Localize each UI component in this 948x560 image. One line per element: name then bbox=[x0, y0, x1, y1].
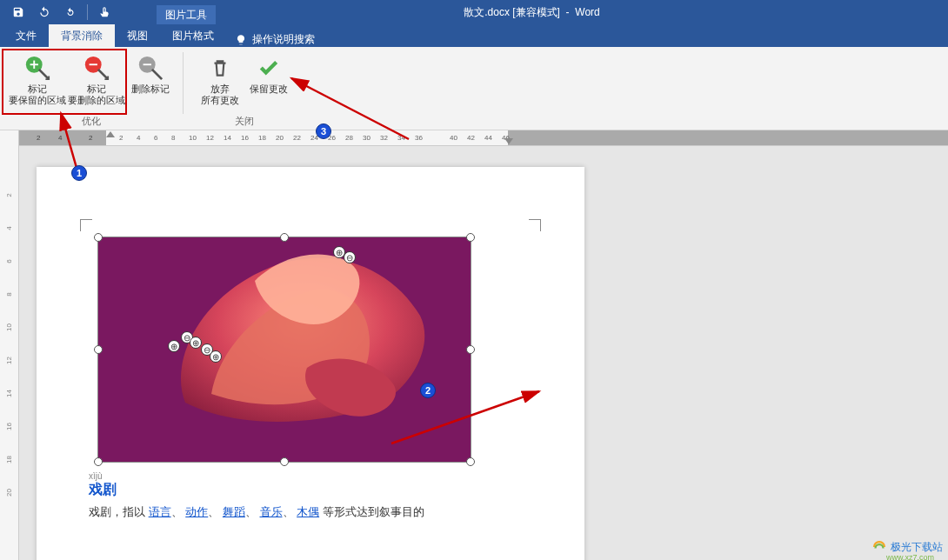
keep-changes-icon bbox=[257, 57, 280, 79]
ruler-mark: 20 bbox=[276, 134, 284, 142]
document-name: 散文.docx [兼容模式] bbox=[464, 6, 560, 18]
delete-mark-label: 删除标记 bbox=[131, 83, 170, 95]
qat-separator bbox=[87, 4, 88, 20]
ruler-mark: 28 bbox=[345, 134, 353, 142]
delete-mark-button[interactable]: 删除标记 bbox=[126, 50, 175, 106]
crop-mark-tr bbox=[529, 219, 541, 231]
ruler-mark: 4 bbox=[58, 134, 62, 142]
watermark-icon bbox=[871, 539, 887, 555]
save-button[interactable] bbox=[7, 3, 30, 22]
ruler-mark: 4 bbox=[137, 134, 140, 142]
watermark-text: 极光下载站 bbox=[891, 540, 943, 555]
link-action[interactable]: 动作 bbox=[185, 505, 208, 518]
undo-button[interactable] bbox=[33, 3, 56, 22]
keep-mark-dot[interactable]: ⊕ bbox=[168, 340, 180, 352]
redo-button[interactable] bbox=[59, 3, 82, 22]
ruler-mark: 6 bbox=[154, 134, 157, 142]
ruler-mark: 10 bbox=[5, 318, 13, 337]
discard-all-changes-button[interactable]: 放弃所有更改 bbox=[196, 50, 244, 106]
window-title: 散文.docx [兼容模式] - Word bbox=[116, 5, 948, 20]
ruler-mark: 2 bbox=[119, 134, 123, 142]
annotation-callout-1: 1 bbox=[71, 165, 87, 181]
mark-areas-to-keep-button[interactable]: 标记要保留的区域 bbox=[8, 50, 67, 106]
horizontal-ruler[interactable]: 2422468101214161820222426283032343640424… bbox=[19, 130, 948, 146]
mark-remove-icon bbox=[83, 55, 110, 81]
ruler-mark: 22 bbox=[293, 134, 301, 142]
ruler-mark: 34 bbox=[397, 134, 405, 142]
resize-handle-tc[interactable] bbox=[280, 233, 289, 242]
resize-handle-bc[interactable] bbox=[280, 457, 289, 466]
watermark: 极光下载站 www.xz7.com bbox=[871, 539, 943, 555]
resize-handle-bl[interactable] bbox=[94, 457, 103, 466]
mark-keep-label-1: 标记 bbox=[28, 83, 47, 94]
ribbon-tab-strip: 文件 背景消除 视图 图片格式 操作说明搜索 bbox=[0, 24, 948, 47]
svg-rect-6 bbox=[144, 63, 151, 65]
touch-mode-button[interactable] bbox=[93, 3, 116, 22]
link-music[interactable]: 音乐 bbox=[260, 505, 283, 518]
remove-mark-dot[interactable]: ⊖ bbox=[344, 251, 356, 263]
caption-title: 戏剧 bbox=[89, 481, 532, 499]
lightbulb-icon bbox=[235, 34, 247, 46]
caption-body: 戏剧，指以 语言、 动作、 舞蹈、 音乐、 木偶 等形式达到叙事目的 bbox=[89, 504, 532, 520]
selected-image-frame[interactable]: ⊕ ⊖ ⊕ ⊖ ⊕ ⊖ ⊕ bbox=[97, 237, 471, 463]
ruler-mark: 14 bbox=[224, 134, 231, 142]
resize-handle-tr[interactable] bbox=[466, 233, 475, 242]
keep-changes-button[interactable]: 保留更改 bbox=[244, 50, 293, 106]
indent-marker[interactable] bbox=[106, 131, 115, 137]
ruler-mark: 2 bbox=[5, 186, 13, 204]
mark-areas-to-remove-button[interactable]: 标记要删除的区域 bbox=[67, 50, 126, 106]
vertical-ruler[interactable]: 2468101214161820 bbox=[0, 130, 19, 560]
mark-keep-label-2: 要保留的区域 bbox=[9, 95, 66, 105]
ruler-mark: 8 bbox=[5, 285, 13, 303]
ruler-mark: 36 bbox=[415, 134, 423, 142]
resize-handle-tl[interactable] bbox=[94, 233, 103, 242]
resize-handle-br[interactable] bbox=[466, 457, 475, 466]
image-foreground-art bbox=[133, 237, 446, 437]
link-language[interactable]: 语言 bbox=[149, 505, 171, 518]
link-dance[interactable]: 舞蹈 bbox=[223, 505, 245, 518]
caption-pinyin: xìjù bbox=[89, 471, 532, 481]
title-bar: 图片工具 散文.docx [兼容模式] - Word bbox=[0, 0, 948, 24]
undo-icon bbox=[37, 6, 51, 18]
ruler-mark: 18 bbox=[5, 450, 13, 469]
resize-handle-mr[interactable] bbox=[466, 345, 475, 354]
ribbon-group-refine: 标记要保留的区域 标记要删除的区域 删除标记 bbox=[0, 47, 183, 130]
tab-picture-format[interactable]: 图片格式 bbox=[160, 24, 226, 47]
touch-mode-icon bbox=[97, 6, 111, 18]
ruler-mark: 12 bbox=[5, 351, 13, 370]
tell-me-search[interactable]: 操作说明搜索 bbox=[226, 32, 324, 47]
keep-mark-dot[interactable]: ⊕ bbox=[210, 350, 222, 363]
ruler-mark: 20 bbox=[5, 483, 13, 502]
ruler-mark: 2 bbox=[37, 134, 40, 142]
group-close-title: 关闭 bbox=[184, 115, 305, 128]
watermark-url: www.xz7.com bbox=[886, 553, 934, 560]
tab-file[interactable]: 文件 bbox=[3, 24, 49, 47]
ruler-mark: 10 bbox=[189, 134, 197, 142]
discard-label-2: 所有更改 bbox=[201, 95, 239, 105]
document-canvas[interactable]: ⊕ ⊖ ⊕ ⊖ ⊕ ⊖ ⊕ xìjù 戏剧 戏剧，指以 语言、 动作、 舞蹈、 … bbox=[19, 146, 948, 560]
link-puppet[interactable]: 木偶 bbox=[297, 505, 319, 518]
group-refine-title: 优化 bbox=[0, 115, 183, 128]
save-icon bbox=[12, 6, 24, 18]
resize-handle-ml[interactable] bbox=[94, 345, 103, 354]
ruler-mark: 6 bbox=[5, 252, 13, 270]
svg-rect-2 bbox=[33, 61, 35, 69]
ruler-mark: 4 bbox=[5, 219, 13, 237]
keep-mark-dot[interactable]: ⊕ bbox=[190, 337, 202, 349]
ribbon: 标记要保留的区域 标记要删除的区域 删除标记 bbox=[0, 47, 948, 130]
body-suffix: 等形式达到叙事目的 bbox=[323, 505, 424, 518]
discard-label-1: 放弃 bbox=[210, 83, 230, 94]
tab-view[interactable]: 视图 bbox=[115, 24, 160, 47]
ruler-mark: 32 bbox=[380, 134, 388, 142]
ruler-mark: 2 bbox=[89, 134, 92, 142]
quick-access-toolbar bbox=[0, 3, 116, 22]
ruler-mark: 44 bbox=[484, 134, 492, 142]
mark-remove-label-1: 标记 bbox=[87, 83, 106, 94]
ruler-mark: 18 bbox=[258, 134, 266, 142]
app-name: Word bbox=[575, 6, 599, 18]
svg-rect-4 bbox=[90, 63, 97, 65]
document-area: 2468101214161820 24224681012141618202224… bbox=[0, 130, 948, 560]
tab-background-removal[interactable]: 背景消除 bbox=[49, 24, 115, 47]
annotation-callout-3: 3 bbox=[316, 123, 331, 139]
right-indent-marker[interactable] bbox=[504, 138, 513, 144]
